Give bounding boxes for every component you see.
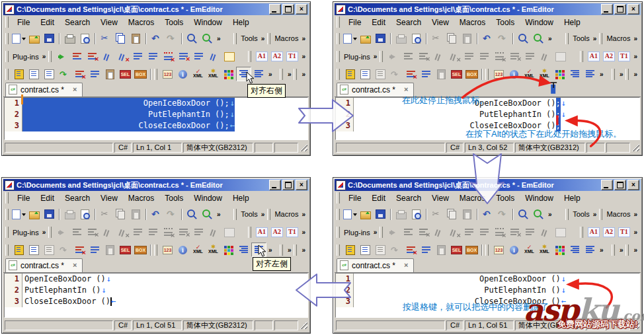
box-mode-button[interactable]: BOX: [133, 67, 148, 81]
cut-button[interactable]: [98, 207, 113, 221]
macros-overflow[interactable]: »: [631, 211, 639, 218]
editor-line[interactable]: 2 PutElephantIn ();↓: [336, 109, 639, 120]
new-file-button[interactable]: [11, 207, 26, 221]
editor-line[interactable]: 1 OpenIceBoxDoor ();↓: [5, 98, 307, 109]
info-button[interactable]: i: [506, 67, 522, 81]
comment-button[interactable]: [431, 50, 446, 64]
color-palette-button[interactable]: [552, 67, 567, 81]
copy-button[interactable]: [444, 31, 460, 46]
toolbar-gripper[interactable]: [337, 227, 340, 238]
macro-t1-button[interactable]: T1: [616, 50, 631, 64]
decrease-indent-button[interactable]: [145, 225, 161, 240]
toolbar-gripper[interactable]: [337, 192, 340, 204]
menu-tools[interactable]: Tools: [491, 17, 519, 28]
tools-overflow[interactable]: »: [259, 211, 267, 218]
toolbar-gripper[interactable]: [565, 209, 569, 220]
macro-a2-button[interactable]: A2: [269, 225, 284, 240]
tab-close-icon[interactable]: ×: [73, 86, 77, 93]
menu-tools[interactable]: Tools: [160, 17, 188, 28]
uncomment-button[interactable]: [446, 225, 462, 240]
increase-indent-button[interactable]: [462, 50, 477, 64]
print-button[interactable]: [62, 31, 77, 46]
sort-button[interactable]: [176, 50, 191, 64]
macro-t1-button[interactable]: T1: [616, 225, 631, 240]
block-comment-button[interactable]: [221, 50, 237, 64]
comment-button[interactable]: [100, 50, 115, 64]
resize-grip[interactable]: [631, 143, 639, 151]
toolbar-overflow[interactable]: »: [546, 211, 554, 218]
toolbar-gripper[interactable]: [267, 33, 270, 44]
print-preview-button[interactable]: [409, 31, 424, 46]
comment-button[interactable]: [431, 225, 446, 240]
block-comment-button[interactable]: [221, 225, 237, 240]
print-preview-button[interactable]: [77, 31, 93, 46]
editor-area[interactable]: 1 OpenIceBoxDoor ();↓ 2 PutElephantIn ()…: [4, 97, 308, 140]
menu-file[interactable]: File: [13, 17, 34, 28]
macros2-overflow[interactable]: »: [300, 53, 307, 60]
menu-view[interactable]: View: [96, 192, 122, 204]
number-button[interactable]: 123: [491, 242, 506, 257]
save-button[interactable]: [373, 31, 388, 46]
toolbar-gripper[interactable]: [280, 244, 283, 256]
status-syntax[interactable]: C#: [446, 143, 463, 153]
comment2-button[interactable]: [206, 225, 221, 240]
menu-file[interactable]: File: [344, 192, 366, 204]
xml-validate-button[interactable]: ✓XML: [522, 242, 537, 257]
line-numbers-button[interactable]: [419, 67, 434, 81]
close-button[interactable]: ×: [296, 4, 307, 15]
toolbar-gripper[interactable]: [248, 51, 251, 62]
indent-button[interactable]: [69, 50, 85, 64]
convert-button[interactable]: [385, 50, 401, 64]
macro-t1-button[interactable]: T1: [284, 50, 300, 64]
cut-button[interactable]: [98, 31, 113, 46]
toolbar-gripper[interactable]: [5, 17, 9, 28]
toolbar-gripper[interactable]: [294, 244, 297, 256]
join-lines-button[interactable]: [191, 225, 206, 240]
tools-overflow[interactable]: »: [259, 35, 267, 42]
xml-validate-button[interactable]: ✓XML: [190, 67, 206, 81]
tools-toolbar-label[interactable]: Tools: [239, 210, 259, 218]
maximize-button[interactable]: [282, 4, 294, 15]
toolbar-gripper[interactable]: [612, 244, 615, 256]
line-numbers-button[interactable]: [419, 242, 434, 257]
tab-contract-cs[interactable]: c# contract.cs * ×: [5, 258, 83, 272]
goto-button[interactable]: [388, 242, 403, 257]
menu-view[interactable]: View: [427, 17, 454, 28]
macros-overflow[interactable]: »: [300, 211, 307, 218]
editor-line[interactable]: 3 CloseIceBoxDoor ();←: [336, 120, 639, 131]
uncomment-button[interactable]: [115, 225, 130, 240]
maximize-button[interactable]: [614, 4, 626, 15]
align-right-button[interactable]: [567, 242, 583, 257]
menu-help[interactable]: Help: [559, 192, 585, 204]
delete-lines-button[interactable]: [161, 225, 176, 240]
xml-tools-button[interactable]: ✱XML: [537, 242, 552, 257]
sort-button[interactable]: [507, 225, 522, 240]
cut-button[interactable]: [429, 207, 444, 221]
status-encoding[interactable]: 简体中文(GB2312): [515, 320, 585, 330]
maximize-button[interactable]: [614, 180, 626, 190]
align-right-button[interactable]: [236, 242, 251, 257]
macros-toolbar-label[interactable]: Macros: [273, 34, 300, 42]
menu-file[interactable]: File: [344, 17, 366, 28]
sort-az-button[interactable]: [72, 67, 87, 81]
plugins-toolbar-label[interactable]: Plug-ins: [342, 53, 372, 61]
box-mode-button[interactable]: BOX: [464, 242, 479, 257]
status-syntax[interactable]: C#: [114, 143, 132, 153]
resize-grip[interactable]: [631, 321, 639, 329]
menu-macros[interactable]: Macros: [455, 17, 490, 28]
extra-overflow3[interactable]: »: [631, 71, 639, 78]
toolbar-gripper[interactable]: [337, 209, 340, 220]
outline-button[interactable]: [11, 242, 26, 257]
box-mode-button[interactable]: BOX: [133, 242, 148, 257]
toolbar-gripper[interactable]: [5, 192, 9, 204]
menu-macros[interactable]: Macros: [124, 17, 159, 28]
close-button[interactable]: ×: [296, 180, 307, 190]
macro-a1-button[interactable]: A1: [254, 50, 269, 64]
toolbar-gripper[interactable]: [580, 51, 583, 62]
title-bar[interactable]: C:\Documents and Settings\jcl\桌面\contrac…: [3, 3, 309, 15]
print-button[interactable]: [393, 31, 409, 46]
copy-button[interactable]: [113, 31, 128, 46]
plugins-overflow[interactable]: »: [372, 229, 380, 236]
extra-overflow2[interactable]: »: [286, 71, 294, 78]
line-numbers-button[interactable]: [87, 242, 102, 257]
